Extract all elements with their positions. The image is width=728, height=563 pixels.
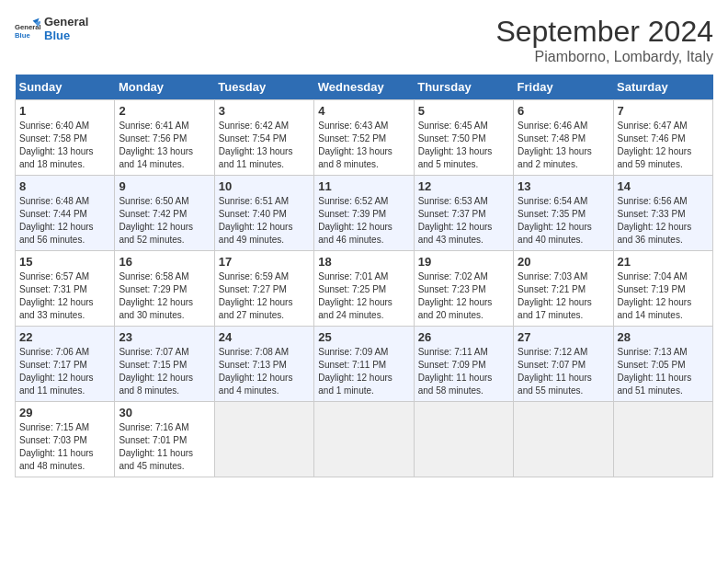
calendar-cell: 21 Sunrise: 7:04 AM Sunset: 7:19 PM Dayl… (613, 251, 712, 327)
day-number: 10 (219, 179, 310, 193)
day-number: 21 (618, 255, 709, 269)
day-info: Sunrise: 6:53 AM Sunset: 7:37 PM Dayligh… (418, 195, 509, 247)
day-info: Sunrise: 6:47 AM Sunset: 7:46 PM Dayligh… (618, 120, 709, 171)
calendar-cell: 14 Sunrise: 6:56 AM Sunset: 7:33 PM Dayl… (613, 176, 712, 251)
calendar-table: Sunday Monday Tuesday Wednesday Thursday… (15, 75, 713, 477)
calendar-cell: 30 Sunrise: 7:16 AM Sunset: 7:01 PM Dayl… (115, 402, 214, 477)
logo: General Blue GeneralBlue (15, 15, 88, 42)
header-wednesday: Wednesday (314, 75, 414, 100)
day-number: 30 (119, 406, 210, 419)
day-info: Sunrise: 7:15 AM Sunset: 7:03 PM Dayligh… (19, 421, 110, 473)
week-row-3: 15 Sunrise: 6:57 AM Sunset: 7:31 PM Dayl… (16, 251, 713, 327)
logo-text: GeneralBlue (44, 15, 88, 42)
day-number: 11 (318, 179, 409, 193)
day-info: Sunrise: 6:57 AM Sunset: 7:31 PM Dayligh… (19, 270, 110, 322)
calendar-cell (613, 402, 712, 477)
calendar-cell: 4 Sunrise: 6:43 AM Sunset: 7:52 PM Dayli… (314, 100, 414, 176)
calendar-cell: 27 Sunrise: 7:12 AM Sunset: 7:07 PM Dayl… (514, 327, 613, 402)
day-info: Sunrise: 6:41 AM Sunset: 7:56 PM Dayligh… (119, 120, 210, 171)
day-number: 20 (518, 255, 609, 269)
day-info: Sunrise: 6:43 AM Sunset: 7:52 PM Dayligh… (318, 120, 409, 171)
calendar-cell: 18 Sunrise: 7:01 AM Sunset: 7:25 PM Dayl… (314, 251, 414, 327)
calendar-cell (514, 402, 613, 477)
calendar-cell: 25 Sunrise: 7:09 AM Sunset: 7:11 PM Dayl… (314, 327, 414, 402)
day-number: 23 (119, 330, 210, 344)
day-number: 29 (19, 406, 110, 419)
day-info: Sunrise: 6:56 AM Sunset: 7:33 PM Dayligh… (618, 195, 709, 247)
day-info: Sunrise: 7:01 AM Sunset: 7:25 PM Dayligh… (318, 270, 409, 322)
day-number: 18 (318, 255, 409, 269)
day-info: Sunrise: 7:07 AM Sunset: 7:15 PM Dayligh… (119, 346, 210, 397)
day-number: 3 (219, 104, 310, 118)
day-number: 7 (618, 104, 709, 118)
day-number: 25 (318, 330, 409, 344)
calendar-cell: 22 Sunrise: 7:06 AM Sunset: 7:17 PM Dayl… (16, 327, 115, 402)
day-number: 13 (518, 179, 609, 193)
header-friday: Friday (514, 75, 613, 100)
svg-text:Blue: Blue (15, 31, 30, 40)
header-monday: Monday (115, 75, 214, 100)
calendar-cell: 19 Sunrise: 7:02 AM Sunset: 7:23 PM Dayl… (414, 251, 513, 327)
calendar-cell: 3 Sunrise: 6:42 AM Sunset: 7:54 PM Dayli… (214, 100, 313, 176)
day-number: 9 (119, 179, 210, 193)
calendar-cell: 1 Sunrise: 6:40 AM Sunset: 7:58 PM Dayli… (16, 100, 115, 176)
day-number: 17 (219, 255, 310, 269)
calendar-cell (414, 402, 513, 477)
day-info: Sunrise: 6:42 AM Sunset: 7:54 PM Dayligh… (219, 120, 310, 171)
day-info: Sunrise: 7:03 AM Sunset: 7:21 PM Dayligh… (518, 270, 609, 322)
page-header: General Blue GeneralBlue September 2024 … (15, 15, 713, 65)
day-number: 8 (19, 179, 110, 193)
header-thursday: Thursday (414, 75, 513, 100)
day-number: 19 (418, 255, 509, 269)
calendar-cell (214, 402, 313, 477)
day-info: Sunrise: 6:46 AM Sunset: 7:48 PM Dayligh… (518, 120, 609, 171)
calendar-cell: 9 Sunrise: 6:50 AM Sunset: 7:42 PM Dayli… (115, 176, 214, 251)
header-saturday: Saturday (613, 75, 712, 100)
day-info: Sunrise: 6:40 AM Sunset: 7:58 PM Dayligh… (19, 120, 110, 171)
day-info: Sunrise: 7:02 AM Sunset: 7:23 PM Dayligh… (418, 270, 509, 322)
day-info: Sunrise: 7:06 AM Sunset: 7:17 PM Dayligh… (19, 346, 110, 397)
day-info: Sunrise: 7:09 AM Sunset: 7:11 PM Dayligh… (318, 346, 409, 397)
calendar-cell: 24 Sunrise: 7:08 AM Sunset: 7:13 PM Dayl… (214, 327, 313, 402)
calendar-cell: 10 Sunrise: 6:51 AM Sunset: 7:40 PM Dayl… (214, 176, 313, 251)
calendar-cell: 15 Sunrise: 6:57 AM Sunset: 7:31 PM Dayl… (16, 251, 115, 327)
calendar-cell: 8 Sunrise: 6:48 AM Sunset: 7:44 PM Dayli… (16, 176, 115, 251)
day-number: 24 (219, 330, 310, 344)
calendar-cell: 11 Sunrise: 6:52 AM Sunset: 7:39 PM Dayl… (314, 176, 414, 251)
calendar-cell: 23 Sunrise: 7:07 AM Sunset: 7:15 PM Dayl… (115, 327, 214, 402)
header-sunday: Sunday (16, 75, 115, 100)
calendar-cell: 12 Sunrise: 6:53 AM Sunset: 7:37 PM Dayl… (414, 176, 513, 251)
day-number: 6 (518, 104, 609, 118)
week-row-2: 8 Sunrise: 6:48 AM Sunset: 7:44 PM Dayli… (16, 176, 713, 251)
day-number: 12 (418, 179, 509, 193)
day-number: 28 (618, 330, 709, 344)
day-info: Sunrise: 6:58 AM Sunset: 7:29 PM Dayligh… (119, 270, 210, 322)
day-info: Sunrise: 6:51 AM Sunset: 7:40 PM Dayligh… (219, 195, 310, 247)
logo-icon: General Blue (15, 16, 40, 41)
calendar-cell: 29 Sunrise: 7:15 AM Sunset: 7:03 PM Dayl… (16, 402, 115, 477)
day-info: Sunrise: 7:08 AM Sunset: 7:13 PM Dayligh… (219, 346, 310, 397)
week-row-4: 22 Sunrise: 7:06 AM Sunset: 7:17 PM Dayl… (16, 327, 713, 402)
calendar-cell: 13 Sunrise: 6:54 AM Sunset: 7:35 PM Dayl… (514, 176, 613, 251)
day-number: 4 (318, 104, 409, 118)
day-info: Sunrise: 7:04 AM Sunset: 7:19 PM Dayligh… (618, 270, 709, 322)
day-info: Sunrise: 7:11 AM Sunset: 7:09 PM Dayligh… (418, 346, 509, 397)
day-number: 16 (119, 255, 210, 269)
calendar-cell: 26 Sunrise: 7:11 AM Sunset: 7:09 PM Dayl… (414, 327, 513, 402)
calendar-cell: 7 Sunrise: 6:47 AM Sunset: 7:46 PM Dayli… (613, 100, 712, 176)
day-info: Sunrise: 6:48 AM Sunset: 7:44 PM Dayligh… (19, 195, 110, 247)
day-number: 5 (418, 104, 509, 118)
calendar-cell: 28 Sunrise: 7:13 AM Sunset: 7:05 PM Dayl… (613, 327, 712, 402)
location: Piamborno, Lombardy, Italy (495, 49, 713, 65)
day-info: Sunrise: 7:13 AM Sunset: 7:05 PM Dayligh… (618, 346, 709, 397)
day-number: 15 (19, 255, 110, 269)
calendar-cell (314, 402, 414, 477)
calendar-title-area: September 2024 Piamborno, Lombardy, Ital… (495, 15, 713, 65)
day-headers-row: Sunday Monday Tuesday Wednesday Thursday… (16, 75, 713, 100)
calendar-cell: 20 Sunrise: 7:03 AM Sunset: 7:21 PM Dayl… (514, 251, 613, 327)
day-info: Sunrise: 7:12 AM Sunset: 7:07 PM Dayligh… (518, 346, 609, 397)
calendar-cell: 5 Sunrise: 6:45 AM Sunset: 7:50 PM Dayli… (414, 100, 513, 176)
week-row-5: 29 Sunrise: 7:15 AM Sunset: 7:03 PM Dayl… (16, 402, 713, 477)
day-number: 2 (119, 104, 210, 118)
calendar-cell: 6 Sunrise: 6:46 AM Sunset: 7:48 PM Dayli… (514, 100, 613, 176)
